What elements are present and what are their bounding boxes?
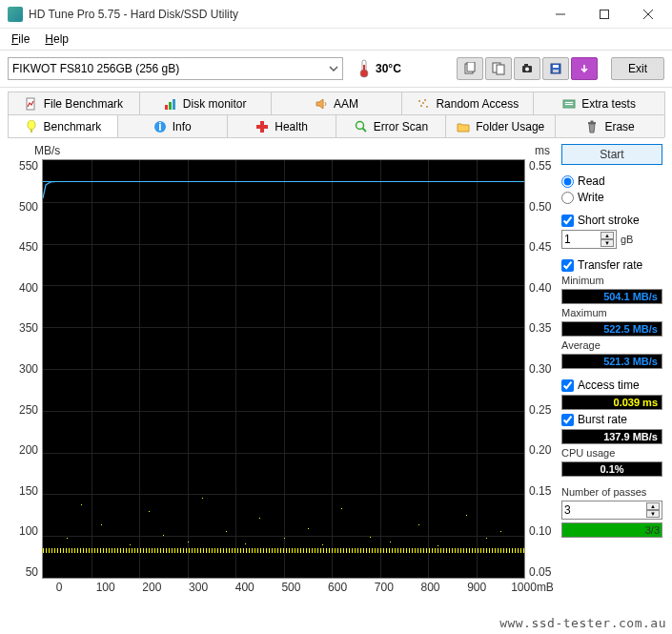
write-radio[interactable]: Write — [561, 191, 662, 204]
error-scan-icon — [355, 120, 368, 133]
x-axis: 01002003004005006007008009001000mB — [10, 579, 554, 594]
temperature: 30°C — [358, 59, 401, 78]
menu-file[interactable]: File — [6, 31, 35, 48]
toolbar: FIKWOT FS810 256GB (256 gB) 30°C Exit — [0, 50, 672, 88]
tab-health[interactable]: Health — [227, 114, 337, 137]
svg-rect-20 — [173, 99, 175, 110]
svg-rect-8 — [467, 62, 475, 72]
start-button[interactable]: Start — [561, 144, 662, 165]
extra-tests-icon — [562, 97, 576, 111]
unit-right: ms — [535, 144, 550, 157]
disk-monitor-icon — [164, 97, 177, 111]
tab-erase[interactable]: Erase — [555, 114, 665, 137]
minimum-label: Minimum — [561, 275, 662, 286]
svg-point-29 — [28, 120, 35, 130]
maximum-label: Maximum — [561, 307, 662, 318]
save-button[interactable] — [542, 57, 569, 80]
toolbar-buttons — [457, 57, 598, 80]
tab-file-benchmark[interactable]: File Benchmark — [8, 92, 140, 114]
tab-folder-usage[interactable]: Folder Usage — [445, 114, 556, 137]
access-time-scatter — [43, 484, 524, 551]
svg-point-25 — [422, 102, 424, 104]
close-button[interactable] — [626, 0, 670, 29]
svg-rect-37 — [588, 122, 596, 124]
unit-left: MB/s — [34, 144, 60, 157]
main-content: MB/s ms 55050045040035030025020015010050… — [0, 138, 672, 598]
passes-progress: 3/3 — [561, 522, 662, 538]
speaker-icon — [315, 97, 328, 111]
svg-rect-15 — [553, 65, 559, 68]
health-icon — [255, 120, 269, 133]
transfer-line-start — [43, 181, 62, 198]
svg-rect-16 — [553, 70, 559, 72]
svg-rect-27 — [565, 102, 573, 103]
watermark: www.ssd-tester.com.au — [499, 616, 666, 630]
svg-rect-18 — [165, 105, 168, 110]
svg-point-12 — [525, 68, 529, 72]
random-access-icon — [417, 97, 430, 111]
copy-info-button[interactable] — [457, 57, 483, 80]
access-time-check[interactable]: Access time — [561, 378, 662, 392]
tab-random-access[interactable]: Random Access — [401, 92, 534, 114]
drive-selector-text: FIKWOT FS810 256GB (256 gB) — [12, 62, 179, 75]
short-stroke-input[interactable]: 1▲▼ — [561, 230, 617, 249]
tab-error-scan[interactable]: Error Scan — [336, 114, 446, 137]
short-stroke-check[interactable]: Short stroke — [561, 214, 662, 227]
cpu-usage-label: CPU usage — [561, 447, 662, 459]
cpu-usage-value: 0.1% — [561, 461, 662, 477]
chart-plot — [42, 159, 525, 579]
minimize-button[interactable] — [539, 0, 582, 29]
svg-line-36 — [362, 128, 366, 132]
info-icon: i — [153, 120, 167, 133]
exit-button[interactable]: Exit — [611, 57, 664, 80]
tab-row-1: File Benchmark Disk monitor AAM Random A… — [8, 92, 664, 115]
burst-rate-value: 137.9 MB/s — [561, 429, 662, 444]
tab-info[interactable]: iInfo — [117, 114, 228, 137]
passes-input[interactable]: 3▲▼ — [561, 501, 662, 520]
window-controls — [539, 0, 670, 29]
chart-area: MB/s ms 55050045040035030025020015010050… — [10, 144, 554, 594]
svg-rect-13 — [524, 64, 528, 66]
chart-units: MB/s ms — [10, 144, 554, 159]
tab-benchmark[interactable]: Benchmark — [8, 114, 118, 137]
maximum-value: 522.5 MB/s — [561, 321, 662, 337]
svg-point-24 — [426, 106, 428, 108]
spinner[interactable]: ▲▼ — [646, 502, 660, 518]
svg-rect-30 — [31, 129, 32, 133]
svg-rect-28 — [565, 104, 573, 105]
svg-rect-6 — [363, 65, 365, 73]
tab-aam[interactable]: AAM — [271, 92, 403, 114]
app-icon — [8, 7, 23, 22]
svg-point-23 — [420, 105, 422, 107]
maximize-button[interactable] — [582, 0, 626, 29]
tab-disk-monitor[interactable]: Disk monitor — [139, 92, 272, 114]
svg-text:i: i — [158, 120, 161, 133]
read-radio[interactable]: Read — [561, 174, 662, 188]
svg-rect-10 — [497, 65, 504, 74]
svg-point-35 — [356, 121, 363, 129]
svg-rect-1 — [601, 10, 609, 18]
tab-extra-tests[interactable]: Extra tests — [533, 92, 665, 114]
folder-icon — [457, 120, 470, 133]
temperature-value: 30°C — [376, 62, 401, 75]
svg-point-22 — [424, 99, 426, 101]
erase-icon — [585, 120, 599, 133]
copy-screenshot-button[interactable] — [485, 57, 512, 80]
minimum-value: 504.1 MB/s — [561, 289, 662, 304]
options-button[interactable] — [571, 57, 598, 80]
svg-rect-34 — [256, 125, 268, 129]
side-panel: Start Read Write Short stroke 1▲▼ gB Tra… — [561, 144, 662, 594]
chevron-down-icon — [329, 64, 338, 73]
benchmark-icon — [25, 120, 38, 133]
spinner[interactable]: ▲▼ — [601, 232, 614, 247]
save-screenshot-button[interactable] — [514, 57, 540, 80]
burst-rate-check[interactable]: Burst rate — [561, 413, 662, 426]
average-value: 521.3 MB/s — [561, 354, 662, 369]
drive-selector[interactable]: FIKWOT FS810 256GB (256 gB) — [8, 57, 343, 80]
tab-row-2: Benchmark iInfo Health Error Scan Folder… — [8, 114, 664, 138]
average-label: Average — [561, 339, 662, 351]
file-benchmark-icon — [25, 97, 38, 111]
menu-help[interactable]: Help — [39, 31, 74, 48]
transfer-rate-check[interactable]: Transfer rate — [561, 258, 662, 272]
passes-label: Number of passes — [561, 486, 662, 498]
